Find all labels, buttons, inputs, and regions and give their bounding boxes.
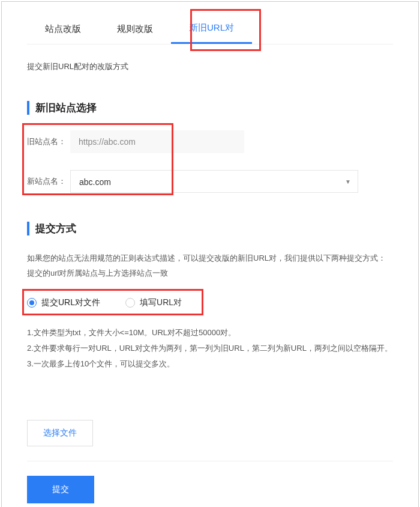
section-title-site-select: 新旧站点选择 xyxy=(27,101,393,115)
new-site-select[interactable]: abc.com xyxy=(70,170,358,193)
section-title-submit-method: 提交方式 xyxy=(27,222,393,235)
tab-site[interactable]: 站点改版 xyxy=(27,14,99,44)
old-site-value: https://abc.com xyxy=(70,130,244,153)
rule-3: 3.一次最多上传10个文件，可以提交多次。 xyxy=(27,356,393,372)
tab-rule[interactable]: 规则改版 xyxy=(99,14,171,44)
radio-fill-url[interactable]: 填写URL对 xyxy=(125,297,182,308)
intro-text: 提交新旧URL配对的改版方式 xyxy=(27,61,393,72)
submit-method-desc: 如果您的站点无法用规范的正则表达式描述，可以提交改版的新旧URL对，我们提供以下… xyxy=(27,251,393,281)
desc-line-1: 如果您的站点无法用规范的正则表达式描述，可以提交改版的新旧URL对，我们提供以下… xyxy=(27,251,393,266)
rule-2: 2.文件要求每行一对URL，URL对文件为两列，第一列为旧URL，第二列为新UR… xyxy=(27,341,393,356)
site-form: 旧站点名： https://abc.com 新站点名： abc.com ▼ xyxy=(27,130,393,193)
rule-1: 1.文件类型为txt，文件大小<=10M。URL对不超过50000对。 xyxy=(27,325,393,341)
old-site-label: 旧站点名： xyxy=(27,136,70,147)
radio-label-fill: 填写URL对 xyxy=(140,297,182,308)
divider xyxy=(27,461,393,461)
tabs: 站点改版 规则改版 新旧URL对 xyxy=(27,14,393,44)
submit-button[interactable]: 提交 xyxy=(27,476,94,503)
desc-line-2: 提交的url对所属站点与上方选择站点一致 xyxy=(27,266,393,281)
radio-upload-file[interactable]: 提交URL对文件 xyxy=(27,297,100,308)
choose-file-button[interactable]: 选择文件 xyxy=(27,420,93,446)
new-site-label: 新站点名： xyxy=(27,176,70,187)
tab-urlpair[interactable]: 新旧URL对 xyxy=(171,14,252,44)
radio-label-upload: 提交URL对文件 xyxy=(41,297,100,308)
submit-method-radio-group: 提交URL对文件 填写URL对 xyxy=(27,293,393,313)
radio-icon xyxy=(27,298,37,308)
file-rules: 1.文件类型为txt，文件大小<=10M。URL对不超过50000对。 2.文件… xyxy=(27,325,393,372)
radio-icon xyxy=(125,298,135,308)
